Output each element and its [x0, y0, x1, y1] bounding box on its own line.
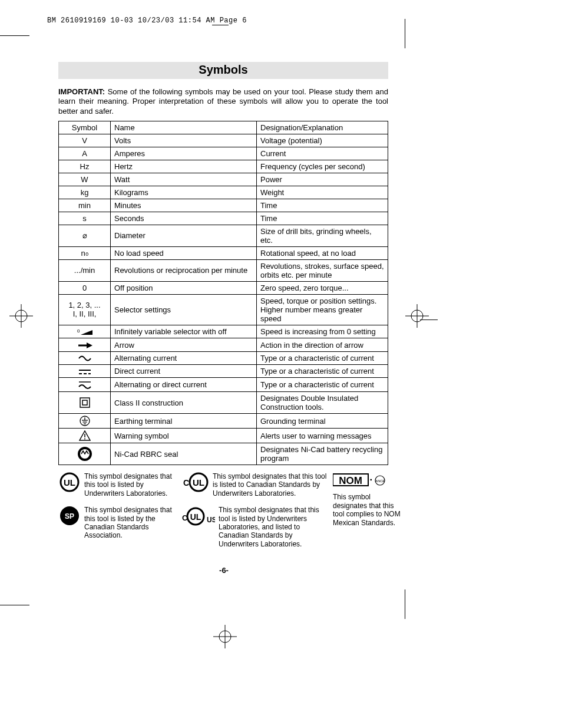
- desc-cell: Type or a characteristic of current: [257, 351, 388, 365]
- symbol-cell: 0: [59, 281, 111, 294]
- name-cell: Kilograms: [111, 186, 257, 199]
- table-row: Class II constructionDesignates Double I…: [59, 392, 388, 414]
- symbols-table: Symbol Name Designation/Explanation VVol…: [58, 121, 388, 465]
- desc-cell: Designates Double Insulated Construction…: [257, 392, 388, 414]
- crop-mark: [0, 35, 29, 36]
- cert-nom: NOM▪ANCE This symbol designates that thi…: [333, 472, 404, 548]
- symbol-cell: [59, 443, 111, 465]
- symbol-cell: .../min: [59, 259, 111, 281]
- symbol-cell: A: [59, 147, 111, 160]
- symbol-cell: W: [59, 173, 111, 186]
- name-cell: Amperes: [111, 147, 257, 160]
- svg-text:ANCE: ANCE: [375, 479, 386, 483]
- symbol-cell: n₀: [59, 246, 111, 259]
- intro-text: IMPORTANT: Some of the following symbols…: [58, 87, 388, 116]
- name-cell: Alternating or direct current: [111, 378, 257, 392]
- symbol-cell: [59, 414, 111, 429]
- desc-cell: Speed, torque or position settings. High…: [257, 294, 388, 325]
- symbol-cell: [59, 429, 111, 443]
- svg-text:UL: UL: [193, 477, 204, 487]
- symbol-cell: [59, 338, 111, 352]
- cert-csa: SP This symbol designates that this tool…: [58, 506, 176, 548]
- desc-cell: Voltage (potential): [257, 134, 388, 147]
- symbol-cell: ⌀: [59, 225, 111, 246]
- desc-cell: Size of drill bits, grinding wheels, etc…: [257, 225, 388, 246]
- th-symbol: Symbol: [59, 121, 111, 134]
- table-row: kgKilogramsWeight: [59, 186, 388, 199]
- name-cell: Ni-Cad RBRC seal: [111, 443, 257, 465]
- registration-mark-icon: [213, 625, 237, 650]
- desc-cell: Rotational speed, at no load: [257, 246, 388, 259]
- cert-text: This symbol designates that this tool is…: [84, 506, 176, 540]
- name-cell: Seconds: [111, 212, 257, 225]
- table-row: .../minRevolutions or reciprocation per …: [59, 259, 388, 281]
- svg-text:UL: UL: [190, 512, 201, 522]
- svg-rect-16: [82, 400, 87, 405]
- nom-logo-icon: NOM▪ANCE: [333, 472, 404, 489]
- svg-text:C: C: [183, 478, 189, 487]
- table-row: ArrowAction in the direction of arrow: [59, 338, 388, 352]
- table-row: Warning symbolAlerts user to warning mes…: [59, 429, 388, 443]
- name-cell: Direct current: [111, 365, 257, 378]
- intro-bold: IMPORTANT:: [58, 87, 105, 96]
- symbol-cell: s: [59, 212, 111, 225]
- name-cell: No load speed: [111, 246, 257, 259]
- svg-marker-9: [87, 342, 92, 348]
- table-row: n₀No load speedRotational speed, at no l…: [59, 246, 388, 259]
- desc-cell: Type or a characteristic of current: [257, 365, 388, 378]
- cert-ul: UL This symbol designates that this tool…: [58, 472, 176, 498]
- desc-cell: Designates Ni-Cad battery recycling prog…: [257, 443, 388, 465]
- svg-text:NOM: NOM: [339, 475, 362, 486]
- svg-text:0: 0: [77, 328, 80, 334]
- name-cell: Diameter: [111, 225, 257, 246]
- name-cell: Watt: [111, 173, 257, 186]
- certifications: UL This symbol designates that this tool…: [58, 472, 388, 548]
- table-row: VVoltsVoltage (potential): [59, 134, 388, 147]
- symbol-cell: V: [59, 134, 111, 147]
- cert-text: This symbol designates that this tool is…: [84, 472, 176, 498]
- print-header: BM 2610919169 10-03 10/23/03 11:54 AM Pa…: [47, 17, 247, 25]
- name-cell: Selector settings: [111, 294, 257, 325]
- desc-cell: Time: [257, 199, 388, 212]
- desc-cell: Frequency (cycles per second): [257, 160, 388, 173]
- crop-mark: [0, 605, 29, 605]
- svg-marker-7: [81, 330, 92, 335]
- crop-mark: [420, 319, 438, 320]
- table-row: Alternating or direct currentType or a c…: [59, 378, 388, 392]
- desc-cell: Speed is increasing from 0 setting: [257, 325, 388, 338]
- table-row: 0Infinitely variable selector with offSp…: [59, 325, 388, 338]
- name-cell: Earthing terminal: [111, 414, 257, 429]
- ul-logo-icon: UL: [58, 472, 81, 492]
- cul-logo-icon: CUL: [181, 472, 209, 492]
- desc-cell: Zero speed, zero torque...: [257, 281, 388, 294]
- table-row: AAmperesCurrent: [59, 147, 388, 160]
- desc-cell: Revolutions, strokes, surface speed, orb…: [257, 259, 388, 281]
- name-cell: Minutes: [111, 199, 257, 212]
- cert-text: This symbol designates that this tool co…: [333, 493, 404, 527]
- page-title: Symbols: [58, 62, 388, 79]
- table-row: sSecondsTime: [59, 212, 388, 225]
- symbol-cell: min: [59, 199, 111, 212]
- desc-cell: Grounding terminal: [257, 414, 388, 429]
- th-name: Name: [111, 121, 257, 134]
- table-row: ⌀DiameterSize of drill bits, grinding wh…: [59, 225, 388, 246]
- svg-text:SP: SP: [65, 512, 74, 521]
- symbol-cell: kg: [59, 186, 111, 199]
- symbol-cell: [59, 351, 111, 365]
- svg-text:US: US: [207, 516, 215, 524]
- desc-cell: Type or a characteristic of current: [257, 378, 388, 392]
- page-number: -6-: [0, 566, 448, 575]
- crop-mark: [405, 19, 405, 48]
- symbol-cell: [59, 365, 111, 378]
- svg-text:UL: UL: [64, 477, 75, 487]
- th-desc: Designation/Explanation: [257, 121, 388, 134]
- table-row: WWattPower: [59, 173, 388, 186]
- table-row: Earthing terminalGrounding terminal: [59, 414, 388, 429]
- table-row: minMinutesTime: [59, 199, 388, 212]
- culus-logo-icon: CULUS: [181, 506, 215, 527]
- symbol-cell: [59, 378, 111, 392]
- crop-mark: [212, 25, 229, 25]
- table-row: Ni-Cad RBRC sealDesignates Ni-Cad batter…: [59, 443, 388, 465]
- symbol-cell: [59, 392, 111, 414]
- cert-text: This symbol designates that this tool is…: [219, 506, 328, 548]
